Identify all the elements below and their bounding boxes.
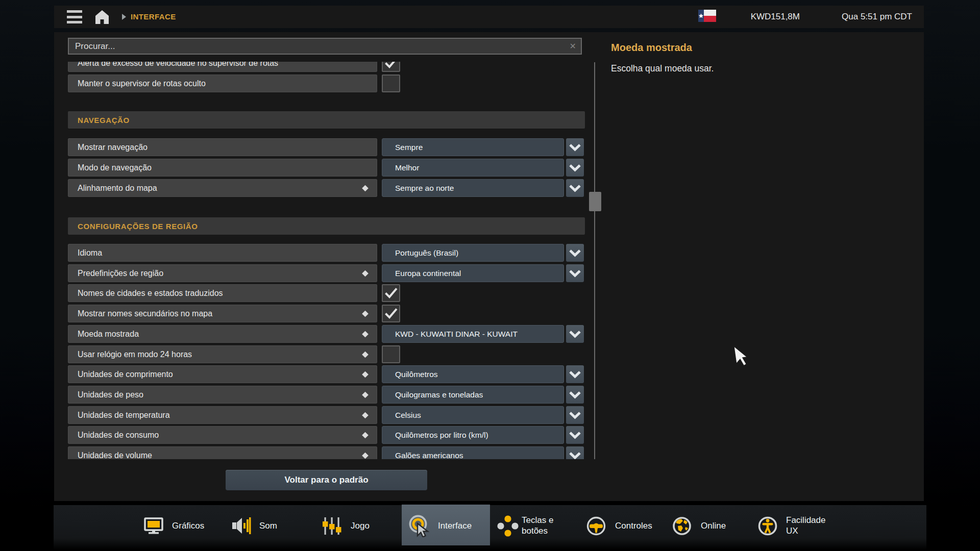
dropdown-value[interactable]: Celsius — [382, 406, 564, 424]
nav-label: Online — [701, 520, 726, 531]
dropdown-value-text: KWD - KUWAITI DINAR - KUWAIT — [395, 330, 518, 339]
globe-icon — [671, 515, 693, 537]
scrollbar-track[interactable] — [594, 62, 595, 459]
nav-label: Som — [259, 520, 277, 531]
setting-label: Unidades de peso — [78, 390, 143, 399]
setting-row-label[interactable]: Mostrar nomes secundários no mapa — [68, 305, 377, 322]
search-input[interactable]: Procurar... — [75, 39, 115, 54]
dropdown-arrow-button[interactable] — [566, 365, 584, 383]
setting-row-label[interactable]: Mostrar navegação — [68, 138, 377, 156]
home-icon[interactable] — [95, 9, 109, 24]
nav-label: Jogo — [351, 520, 370, 531]
dropdown-value-text: Sempre ao norte — [395, 184, 454, 193]
setting-label: Idioma — [78, 248, 102, 258]
settings-panel: Procurar... ✕ Alerta de excesso de veloc… — [54, 32, 924, 501]
top-bar: INTERFACE KWD151,8M Qua 5:51 pm CDT — [54, 6, 924, 28]
search-box[interactable]: Procurar... ✕ — [68, 38, 582, 55]
dropdown-value[interactable]: KWD - KUWAITI DINAR - KUWAIT — [382, 325, 564, 343]
checkbox-checked[interactable] — [382, 62, 400, 72]
setting-row-label[interactable]: Idioma — [68, 244, 377, 262]
setting-row-label[interactable]: Unidades de comprimento — [68, 365, 377, 383]
dropdown-value[interactable]: Quilogramas e toneladas — [382, 386, 564, 404]
dropdown-arrow-button[interactable] — [566, 386, 584, 404]
setting-row-label[interactable]: Nomes de cidades e estados traduzidos — [68, 284, 377, 302]
setting-label: Alerta de excesso de velocidade no super… — [78, 62, 278, 68]
dropdown-arrow-button[interactable] — [566, 264, 584, 282]
checkbox-checked[interactable] — [382, 284, 400, 302]
settings-scroll-area: Alerta de excesso de velocidade no super… — [54, 62, 594, 459]
dropdown-value-text: Quilogramas e toneladas — [395, 390, 483, 399]
setting-row-label[interactable]: Alerta de excesso de velocidade no super… — [68, 62, 377, 72]
setting-label: Unidades de volume — [78, 451, 152, 460]
checkbox-unchecked[interactable] — [382, 74, 400, 92]
dropdown-arrow-button[interactable] — [566, 159, 584, 177]
dropdown-value[interactable]: Quilômetros por litro (km/l) — [382, 426, 564, 444]
dropdown-arrow-button[interactable] — [566, 138, 584, 156]
setting-row-label[interactable]: Predefinições de região — [68, 264, 377, 282]
nav-label: Interface — [438, 520, 472, 531]
steering-wheel-icon — [585, 515, 607, 537]
diamond-marker-icon — [362, 351, 369, 358]
checkbox-unchecked[interactable] — [382, 345, 400, 363]
section-header: NAVEGAÇÃO — [68, 111, 585, 129]
setting-row-label[interactable]: Moeda mostrada — [68, 325, 377, 343]
dropdown-value[interactable]: Sempre — [382, 138, 564, 156]
dropdown-value-text: Quilômetros — [395, 370, 438, 379]
setting-row-label[interactable]: Modo de navegação — [68, 159, 377, 177]
setting-help-description: Escolha qual moeda usar. — [611, 63, 714, 74]
dropdown-arrow-button[interactable] — [566, 325, 584, 343]
texas-flag-icon — [698, 10, 716, 22]
setting-label: Predefinições de região — [78, 269, 163, 278]
dropdown-value[interactable]: Quilômetros — [382, 365, 564, 383]
breadcrumb-chevron-icon — [122, 14, 126, 20]
setting-row-label[interactable]: Unidades de temperatura — [68, 406, 377, 424]
setting-row-label[interactable]: Alinhamento do mapa — [68, 179, 377, 197]
reset-defaults-button[interactable]: Voltar para o padrão — [226, 470, 427, 490]
setting-label: Unidades de temperatura — [78, 411, 170, 420]
menu-icon[interactable] — [67, 10, 82, 23]
setting-label: Unidades de consumo — [78, 431, 159, 440]
dropdown-value[interactable]: Europa continental — [382, 264, 564, 282]
diamond-marker-icon — [362, 412, 369, 418]
diamond-marker-icon — [362, 185, 369, 191]
setting-row-label[interactable]: Unidades de consumo — [68, 426, 377, 444]
dropdown-value-text: Celsius — [395, 411, 421, 420]
setting-label: Mostrar nomes secundários no mapa — [78, 309, 212, 318]
setting-row-label[interactable]: Usar relógio em modo 24 horas — [68, 345, 377, 363]
monitor-icon — [142, 515, 165, 537]
setting-label: Mostrar navegação — [78, 143, 148, 152]
checkbox-checked[interactable] — [382, 305, 400, 322]
setting-label: Manter o supervisor de rotas oculto — [78, 79, 206, 88]
scrollbar-thumb[interactable] — [589, 192, 601, 211]
nav-label: Gráficos — [172, 520, 204, 531]
speaker-icon — [230, 515, 253, 537]
setting-row-label[interactable]: Unidades de peso — [68, 386, 377, 404]
accessibility-icon — [756, 515, 779, 537]
dropdown-value[interactable]: Sempre ao norte — [382, 179, 564, 197]
nav-label: FacilidadeUX — [786, 515, 826, 536]
dropdown-value[interactable]: Melhor — [382, 159, 564, 177]
clear-search-icon[interactable]: ✕ — [570, 39, 576, 54]
money-balance: KWD151,8M — [751, 6, 800, 28]
buttons-dots-icon — [497, 515, 519, 537]
setting-help-title: Moeda mostrada — [611, 42, 692, 54]
setting-label: Modo de navegação — [78, 163, 152, 172]
setting-row-label[interactable]: Manter o supervisor de rotas oculto — [68, 74, 377, 92]
dropdown-arrow-button[interactable] — [566, 426, 584, 444]
breadcrumb: INTERFACE — [131, 6, 176, 28]
mouse-cursor — [733, 343, 754, 370]
dropdown-value[interactable]: Galões americanos — [382, 446, 564, 459]
dropdown-arrow-button[interactable] — [566, 179, 584, 197]
setting-label: Unidades de comprimento — [78, 370, 173, 379]
dropdown-arrow-button[interactable] — [566, 446, 584, 459]
diamond-marker-icon — [362, 331, 369, 337]
section-title: NAVEGAÇÃO — [78, 116, 130, 124]
setting-label: Alinhamento do mapa — [78, 184, 157, 193]
dropdown-value[interactable]: Português (Brasil) — [382, 244, 564, 262]
setting-row-label[interactable]: Unidades de volume — [68, 446, 377, 459]
dropdown-value-text: Galões americanos — [395, 451, 463, 460]
section-title: CONFIGURAÇÕES DE REGIÃO — [78, 222, 198, 231]
section-header: CONFIGURAÇÕES DE REGIÃO — [68, 217, 585, 235]
dropdown-arrow-button[interactable] — [566, 406, 584, 424]
dropdown-arrow-button[interactable] — [566, 244, 584, 262]
